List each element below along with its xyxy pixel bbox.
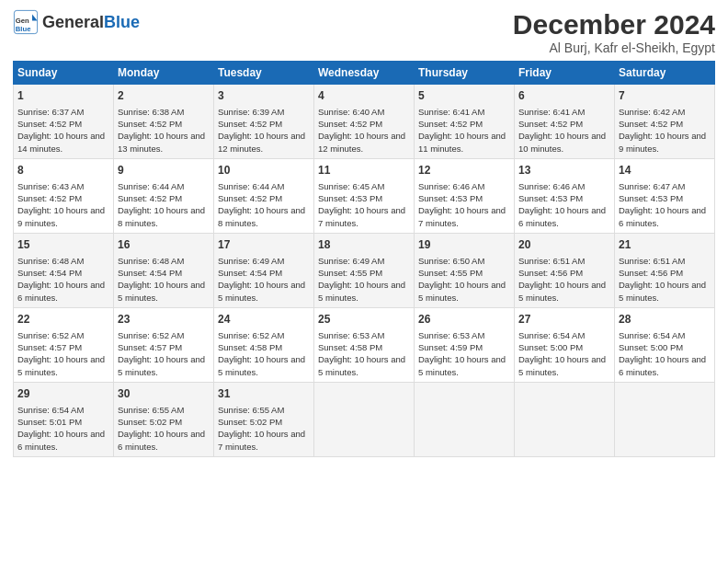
day-number: 12	[418, 163, 510, 178]
calendar-cell	[515, 382, 615, 456]
calendar-cell	[415, 382, 515, 456]
logo-blue: Blue	[104, 13, 140, 31]
day-info: Sunset: 4:53 PM	[619, 192, 711, 204]
header-row: Sunday Monday Tuesday Wednesday Thursday…	[14, 62, 715, 85]
day-info: Sunset: 4:56 PM	[619, 267, 711, 279]
day-info: Sunset: 4:52 PM	[118, 118, 210, 130]
day-number: 21	[619, 237, 711, 253]
calendar-body: 1Sunrise: 6:37 AMSunset: 4:52 PMDaylight…	[14, 85, 715, 457]
calendar-cell: 9Sunrise: 6:44 AMSunset: 4:52 PMDaylight…	[114, 158, 214, 233]
day-info: Daylight: 10 hours and 12 minutes.	[218, 130, 310, 155]
calendar-cell: 17Sunrise: 6:49 AMSunset: 4:54 PMDayligh…	[214, 233, 314, 307]
calendar-cell: 31Sunrise: 6:55 AMSunset: 5:02 PMDayligh…	[214, 382, 314, 456]
calendar-cell: 5Sunrise: 6:41 AMSunset: 4:52 PMDaylight…	[415, 85, 515, 159]
day-number: 2	[118, 88, 210, 104]
day-number: 28	[619, 312, 711, 327]
day-info: Daylight: 10 hours and 6 minutes.	[17, 428, 109, 453]
day-info: Sunrise: 6:41 AM	[418, 106, 510, 118]
day-info: Sunset: 4:52 PM	[418, 118, 510, 130]
day-info: Sunset: 4:59 PM	[418, 341, 510, 353]
day-number: 30	[118, 386, 210, 402]
calendar-cell: 25Sunrise: 6:53 AMSunset: 4:58 PMDayligh…	[314, 307, 415, 382]
day-info: Daylight: 10 hours and 7 minutes.	[318, 204, 410, 229]
day-info: Sunrise: 6:51 AM	[619, 255, 711, 267]
day-info: Daylight: 10 hours and 6 minutes.	[17, 279, 109, 304]
day-info: Sunrise: 6:43 AM	[17, 180, 109, 192]
header: Gen Blue GeneralBlue December 2024 Al Bu…	[13, 9, 715, 55]
day-info: Sunrise: 6:40 AM	[318, 106, 410, 118]
day-info: Sunset: 5:00 PM	[518, 341, 610, 353]
day-info: Sunrise: 6:53 AM	[318, 329, 410, 341]
day-info: Daylight: 10 hours and 5 minutes.	[17, 353, 109, 378]
day-info: Sunrise: 6:48 AM	[118, 255, 210, 267]
day-info: Sunset: 4:52 PM	[218, 192, 310, 204]
day-info: Daylight: 10 hours and 6 minutes.	[619, 204, 711, 229]
day-number: 11	[318, 163, 410, 178]
day-info: Sunrise: 6:52 AM	[17, 329, 109, 341]
day-info: Daylight: 10 hours and 8 minutes.	[118, 204, 210, 229]
calendar-cell: 2Sunrise: 6:38 AMSunset: 4:52 PMDaylight…	[114, 85, 214, 159]
day-number: 27	[518, 312, 610, 327]
title-block: December 2024 Al Burj, Kafr el-Sheikh, E…	[513, 9, 715, 55]
svg-text:Blue: Blue	[16, 25, 31, 33]
day-info: Sunrise: 6:48 AM	[17, 255, 109, 267]
logo: Gen Blue GeneralBlue	[13, 9, 140, 35]
page-container: Gen Blue GeneralBlue December 2024 Al Bu…	[0, 0, 728, 466]
col-monday: Monday	[114, 62, 214, 85]
calendar-week-row: 22Sunrise: 6:52 AMSunset: 4:57 PMDayligh…	[14, 307, 715, 382]
calendar-cell: 11Sunrise: 6:45 AMSunset: 4:53 PMDayligh…	[314, 158, 415, 233]
calendar-cell: 1Sunrise: 6:37 AMSunset: 4:52 PMDaylight…	[14, 85, 114, 159]
day-info: Daylight: 10 hours and 10 minutes.	[518, 130, 610, 155]
day-info: Sunrise: 6:46 AM	[418, 180, 510, 192]
svg-text:Gen: Gen	[16, 17, 29, 25]
day-info: Sunrise: 6:52 AM	[118, 329, 210, 341]
day-info: Sunrise: 6:37 AM	[17, 106, 109, 118]
day-number: 22	[17, 312, 109, 327]
calendar-cell: 26Sunrise: 6:53 AMSunset: 4:59 PMDayligh…	[415, 307, 515, 382]
day-number: 24	[218, 312, 310, 327]
calendar-cell: 7Sunrise: 6:42 AMSunset: 4:52 PMDaylight…	[615, 85, 715, 159]
day-info: Sunrise: 6:54 AM	[518, 329, 610, 341]
day-info: Sunset: 5:00 PM	[619, 341, 711, 353]
calendar-cell: 19Sunrise: 6:50 AMSunset: 4:55 PMDayligh…	[415, 233, 515, 307]
day-info: Daylight: 10 hours and 13 minutes.	[118, 130, 210, 155]
calendar-week-row: 15Sunrise: 6:48 AMSunset: 4:54 PMDayligh…	[14, 233, 715, 307]
day-info: Daylight: 10 hours and 5 minutes.	[318, 279, 410, 304]
day-info: Daylight: 10 hours and 5 minutes.	[418, 353, 510, 378]
calendar-cell: 29Sunrise: 6:54 AMSunset: 5:01 PMDayligh…	[14, 382, 114, 456]
day-number: 29	[17, 386, 109, 402]
calendar-cell: 30Sunrise: 6:55 AMSunset: 5:02 PMDayligh…	[114, 382, 214, 456]
day-info: Daylight: 10 hours and 14 minutes.	[17, 130, 109, 155]
col-sunday: Sunday	[14, 62, 114, 85]
day-info: Daylight: 10 hours and 5 minutes.	[418, 279, 510, 304]
day-info: Sunrise: 6:38 AM	[118, 106, 210, 118]
calendar-cell: 15Sunrise: 6:48 AMSunset: 4:54 PMDayligh…	[14, 233, 114, 307]
day-info: Sunset: 5:02 PM	[118, 416, 210, 428]
day-number: 5	[418, 88, 510, 104]
day-info: Sunset: 5:01 PM	[17, 416, 109, 428]
day-info: Sunset: 4:52 PM	[318, 118, 410, 130]
day-info: Sunrise: 6:49 AM	[218, 255, 310, 267]
day-number: 3	[218, 88, 310, 104]
day-info: Sunrise: 6:54 AM	[17, 404, 109, 416]
day-info: Sunrise: 6:52 AM	[218, 329, 310, 341]
calendar-week-row: 29Sunrise: 6:54 AMSunset: 5:01 PMDayligh…	[14, 382, 715, 456]
calendar-week-row: 8Sunrise: 6:43 AMSunset: 4:52 PMDaylight…	[14, 158, 715, 233]
logo-general: General	[42, 13, 104, 31]
day-number: 7	[619, 88, 711, 104]
day-info: Sunrise: 6:39 AM	[218, 106, 310, 118]
day-number: 17	[218, 237, 310, 253]
day-info: Sunrise: 6:46 AM	[518, 180, 610, 192]
day-info: Sunrise: 6:45 AM	[318, 180, 410, 192]
day-info: Sunset: 4:57 PM	[118, 341, 210, 353]
calendar-cell: 21Sunrise: 6:51 AMSunset: 4:56 PMDayligh…	[615, 233, 715, 307]
calendar-table: Sunday Monday Tuesday Wednesday Thursday…	[13, 61, 715, 457]
day-info: Daylight: 10 hours and 11 minutes.	[418, 130, 510, 155]
day-number: 8	[17, 163, 109, 178]
calendar-cell: 13Sunrise: 6:46 AMSunset: 4:53 PMDayligh…	[515, 158, 615, 233]
day-info: Daylight: 10 hours and 8 minutes.	[218, 204, 310, 229]
col-tuesday: Tuesday	[214, 62, 314, 85]
day-info: Daylight: 10 hours and 9 minutes.	[619, 130, 711, 155]
day-info: Sunset: 4:52 PM	[17, 192, 109, 204]
day-info: Sunrise: 6:49 AM	[318, 255, 410, 267]
